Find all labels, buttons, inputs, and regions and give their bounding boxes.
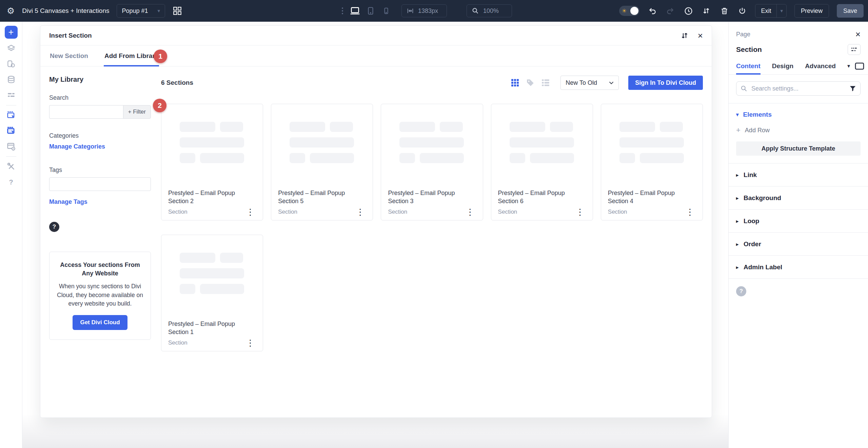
light-dark-mode-toggle[interactable]: ☀ xyxy=(619,6,639,16)
manage-categories-link[interactable]: Manage Categories xyxy=(49,143,105,150)
section-card[interactable]: Prestyled – Email Popup Section 1 Sectio… xyxy=(161,235,263,351)
presets-icon-button[interactable] xyxy=(848,44,861,55)
desktop-view-icon[interactable] xyxy=(349,5,361,17)
accordion-link[interactable]: ▸ Link xyxy=(729,163,868,186)
modal-sort-icon[interactable] xyxy=(680,31,689,40)
library-help-icon[interactable]: ? xyxy=(49,222,59,232)
preview-button[interactable]: Preview xyxy=(794,4,829,18)
tab-add-from-library[interactable]: Add From Library xyxy=(104,45,159,66)
card-thumbnail xyxy=(161,104,263,163)
help-icon[interactable]: ? xyxy=(5,176,17,188)
tab-design[interactable]: Design xyxy=(772,58,793,74)
accordion-label: Background xyxy=(744,194,781,202)
filter-funnel-icon[interactable] xyxy=(849,85,856,92)
save-button[interactable]: Save xyxy=(837,4,864,18)
layers-icon[interactable] xyxy=(5,43,17,54)
layout-grid-icon[interactable] xyxy=(173,6,182,16)
library-results: 6 Sections xyxy=(161,75,703,351)
drag-handle-icon[interactable] xyxy=(342,7,343,14)
library-search-input[interactable] xyxy=(49,105,123,119)
apply-structure-template-button[interactable]: Apply Structure Template xyxy=(736,141,861,156)
card-title: Prestyled – Email Popup Section 4 xyxy=(608,189,696,206)
cloud-card-body: When you sync sections to Divi Cloud, th… xyxy=(56,282,144,308)
canvas-width-input[interactable] xyxy=(417,7,442,15)
top-toolbar: ⚙ Divi 5 Canvases + Interactions Popup #… xyxy=(0,0,868,22)
canvas-width-input-group xyxy=(401,4,447,17)
grid-view-icon[interactable] xyxy=(510,78,520,87)
trash-icon[interactable] xyxy=(719,6,729,16)
settings-accordions: ▸ Link ▸ Background ▸ Loop ▸ Order ▸ Adm… xyxy=(736,163,861,279)
popup-canvas-icon[interactable] xyxy=(5,110,17,121)
exit-chevron-down-icon[interactable]: ▾ xyxy=(777,8,786,14)
exit-button[interactable]: Exit ▾ xyxy=(755,4,787,18)
tools-icon[interactable] xyxy=(5,161,17,172)
tag-view-icon[interactable] xyxy=(526,78,535,87)
section-card[interactable]: Prestyled – Email Popup Section 5 Sectio… xyxy=(271,104,373,220)
cloud-card-title: Access Your sections From Any Website xyxy=(56,261,144,278)
tab-advanced[interactable]: Advanced xyxy=(805,58,836,74)
accordion-background[interactable]: ▸ Background xyxy=(729,186,868,209)
divi-builder-app: ⚙ Divi 5 Canvases + Interactions Popup #… xyxy=(0,0,868,448)
section-card[interactable]: Prestyled – Email Popup Section 6 Sectio… xyxy=(491,104,593,220)
caret-right-icon: ▸ xyxy=(736,241,738,247)
page-select-dropdown[interactable]: Popup #1 ▾ xyxy=(117,4,165,18)
redo-icon[interactable] xyxy=(665,6,675,16)
sort-order-select[interactable]: New To Old xyxy=(560,76,619,90)
panel-help-icon[interactable]: ? xyxy=(736,286,746,296)
card-kebab-menu-icon[interactable]: ⋮ xyxy=(465,208,476,216)
filter-button[interactable]: + Filter xyxy=(123,105,151,119)
accordion-admin-label[interactable]: ▸ Admin Label xyxy=(729,255,868,278)
rows-list-icon[interactable] xyxy=(5,90,17,101)
builder-settings-gear-icon[interactable]: ⚙ xyxy=(7,6,15,15)
window-settings-icon[interactable] xyxy=(5,141,17,152)
left-icon-sidebar: + xyxy=(0,22,22,448)
manage-tags-link[interactable]: Manage Tags xyxy=(49,198,87,206)
add-row-button[interactable]: + Add Row xyxy=(736,119,861,134)
design-presets-icon[interactable] xyxy=(5,58,17,70)
popup-canvas-active-icon[interactable] xyxy=(5,125,17,137)
card-title: Prestyled – Email Popup Section 3 xyxy=(388,189,476,206)
caret-right-icon: ▸ xyxy=(736,172,738,178)
history-clock-icon[interactable] xyxy=(683,6,693,16)
phone-view-icon[interactable] xyxy=(380,5,392,17)
section-card[interactable]: Prestyled – Email Popup Section 2 Sectio… xyxy=(161,104,263,220)
card-kebab-menu-icon[interactable]: ⋮ xyxy=(574,208,586,216)
database-icon[interactable] xyxy=(5,74,17,85)
accordion-order[interactable]: ▸ Order xyxy=(729,232,868,255)
section-card[interactable]: Prestyled – Email Popup Section 3 Sectio… xyxy=(381,104,483,220)
exit-label: Exit xyxy=(755,7,776,15)
undo-icon[interactable] xyxy=(647,6,657,16)
elements-group-header[interactable]: ▾ Elements xyxy=(736,103,861,119)
add-row-label: Add Row xyxy=(745,127,770,134)
settings-search-input[interactable] xyxy=(751,85,846,93)
card-kebab-menu-icon[interactable]: ⋮ xyxy=(684,208,696,216)
card-kebab-menu-icon[interactable]: ⋮ xyxy=(244,339,256,347)
tab-new-section[interactable]: New Section xyxy=(49,45,89,66)
responsive-desktop-icon[interactable] xyxy=(854,62,865,70)
card-kebab-menu-icon[interactable]: ⋮ xyxy=(354,208,366,216)
zoom-input-group xyxy=(467,4,512,17)
zoom-level-input[interactable] xyxy=(482,7,507,15)
card-thumbnail xyxy=(601,104,703,163)
card-type: Section xyxy=(608,209,627,215)
power-icon[interactable] xyxy=(737,6,747,16)
tags-input[interactable] xyxy=(49,177,151,191)
accordion-loop[interactable]: ▸ Loop xyxy=(729,209,868,232)
accordion-label: Loop xyxy=(744,217,759,225)
add-element-button[interactable]: + xyxy=(5,26,18,39)
list-view-icon[interactable] xyxy=(541,78,550,87)
get-divi-cloud-button[interactable]: Get Divi Cloud xyxy=(73,315,127,330)
section-card[interactable]: Prestyled – Email Popup Section 4 Sectio… xyxy=(601,104,703,220)
tab-content[interactable]: Content xyxy=(736,58,761,74)
modal-close-icon[interactable]: × xyxy=(698,31,703,40)
panel-close-icon[interactable]: × xyxy=(855,30,861,39)
zoom-magnifier-icon xyxy=(472,7,479,15)
insert-section-modal: Insert Section × New Section Add From Li… xyxy=(40,25,712,418)
sign-in-divi-cloud-button[interactable]: Sign In To Divi Cloud xyxy=(628,76,703,90)
sort-layers-icon[interactable] xyxy=(701,6,711,16)
card-type: Section xyxy=(498,209,517,215)
card-kebab-menu-icon[interactable]: ⋮ xyxy=(244,208,256,216)
tabs-dropdown-icon[interactable]: ▾ xyxy=(847,63,850,69)
tablet-view-icon[interactable] xyxy=(365,5,376,17)
card-type: Section xyxy=(388,209,407,215)
